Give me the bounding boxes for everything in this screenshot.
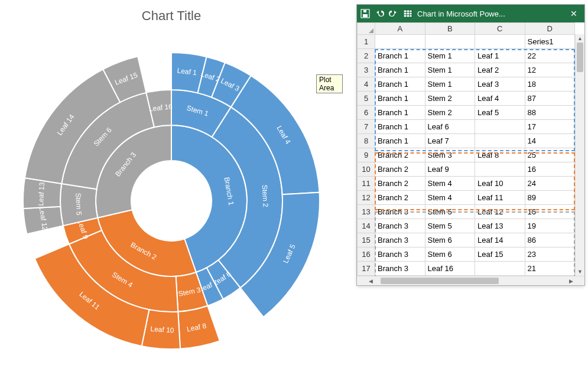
cell[interactable]: Branch 2 xyxy=(375,191,425,205)
cell[interactable]: 18 xyxy=(525,77,575,92)
cell[interactable]: Leaf 14 xyxy=(475,233,525,247)
close-icon[interactable]: ✕ xyxy=(567,9,581,18)
cell[interactable] xyxy=(475,162,525,177)
row-header[interactable]: 15 xyxy=(358,233,375,247)
cell[interactable]: Branch 3 xyxy=(375,219,425,233)
chart-title[interactable]: Chart Title xyxy=(0,8,343,24)
undo-icon[interactable] xyxy=(375,9,384,18)
row-header[interactable]: 6 xyxy=(358,106,375,120)
cell[interactable]: Branch 3 xyxy=(375,233,425,247)
cell[interactable] xyxy=(475,35,525,49)
cell[interactable]: Branch 3 xyxy=(375,247,425,262)
cell[interactable]: Leaf 13 xyxy=(475,219,525,233)
cell[interactable]: Stem 1 xyxy=(425,63,475,77)
cell[interactable]: Branch 2 xyxy=(375,177,425,191)
cell[interactable]: 24 xyxy=(525,177,575,191)
row-header[interactable]: 17 xyxy=(358,262,375,276)
cell[interactable]: Stem 1 xyxy=(425,77,475,92)
cell[interactable] xyxy=(475,134,525,148)
cell[interactable]: 16 xyxy=(525,205,575,219)
cell[interactable]: 22 xyxy=(525,49,575,63)
row-header[interactable]: 14 xyxy=(358,219,375,233)
cell[interactable]: Branch 1 xyxy=(375,92,425,106)
cell[interactable]: Leaf 2 xyxy=(475,63,525,77)
cell[interactable]: 17 xyxy=(525,120,575,134)
cell[interactable]: Leaf 7 xyxy=(425,134,475,148)
scroll-up-icon[interactable]: ▲ xyxy=(576,34,584,43)
cell[interactable]: Leaf 3 xyxy=(475,77,525,92)
cell[interactable]: Series1 xyxy=(525,35,575,49)
row-header[interactable]: 10 xyxy=(358,162,375,177)
cell[interactable]: Branch 1 xyxy=(375,120,425,134)
cell[interactable]: 88 xyxy=(525,106,575,120)
row-header[interactable]: 11 xyxy=(358,177,375,191)
cell[interactable]: Stem 2 xyxy=(425,92,475,106)
cell[interactable]: Stem 6 xyxy=(425,247,475,262)
cell[interactable]: Leaf 4 xyxy=(475,92,525,106)
cell[interactable]: 25 xyxy=(525,148,575,162)
row-header[interactable]: 3 xyxy=(358,63,375,77)
scroll-down-icon[interactable]: ▼ xyxy=(576,268,584,276)
titlebar[interactable]: Chart in Microsoft Powe... ✕ xyxy=(357,5,584,22)
scroll-right-icon[interactable]: ▶ xyxy=(567,276,575,285)
cell[interactable]: Leaf 12 xyxy=(475,205,525,219)
col-header[interactable]: B xyxy=(425,23,475,35)
row-header[interactable]: 2 xyxy=(358,49,375,63)
cell[interactable]: Stem 2 xyxy=(425,106,475,120)
excel-data-window[interactable]: Chart in Microsoft Powe... ✕ ABCD1Series… xyxy=(357,5,584,285)
hscroll-thumb[interactable] xyxy=(381,278,499,284)
horizontal-scrollbar[interactable]: ◀ ▶ xyxy=(357,276,584,285)
cell[interactable]: 12 xyxy=(525,63,575,77)
data-grid[interactable]: ABCD1Series12Branch 1Stem 1Leaf 1223Bran… xyxy=(357,22,575,276)
scroll-left-icon[interactable]: ◀ xyxy=(366,276,375,285)
save-icon[interactable] xyxy=(360,9,370,18)
chart-area[interactable]: Chart Title Branch 1Stem 1Leaf 1Leaf 2Le… xyxy=(0,0,343,391)
cell[interactable]: Branch 1 xyxy=(375,49,425,63)
row-header[interactable]: 1 xyxy=(358,35,375,49)
grid-body[interactable]: ABCD1Series12Branch 1Stem 1Leaf 1223Bran… xyxy=(357,22,584,285)
cell[interactable]: 87 xyxy=(525,92,575,106)
cell[interactable]: 14 xyxy=(525,134,575,148)
col-header[interactable]: D xyxy=(525,23,575,35)
cell[interactable]: Leaf 11 xyxy=(475,191,525,205)
row-header[interactable]: 13 xyxy=(358,205,375,219)
row-header[interactable]: 9 xyxy=(358,148,375,162)
cell[interactable]: Leaf 5 xyxy=(475,106,525,120)
cell[interactable]: Stem 1 xyxy=(425,49,475,63)
cell[interactable]: 86 xyxy=(525,233,575,247)
cell[interactable] xyxy=(425,35,475,49)
cell[interactable]: 16 xyxy=(525,162,575,177)
cell[interactable]: Stem 4 xyxy=(425,191,475,205)
cell[interactable]: Branch 1 xyxy=(375,106,425,120)
sunburst-chart[interactable]: Branch 1Stem 1Leaf 1Leaf 2Leaf 3Stem 2Le… xyxy=(0,24,343,390)
cell[interactable]: Branch 3 xyxy=(375,205,425,219)
cell[interactable]: Branch 2 xyxy=(375,148,425,162)
cell[interactable]: Leaf 1 xyxy=(475,49,525,63)
vscroll-thumb[interactable] xyxy=(577,43,583,72)
cell[interactable]: 19 xyxy=(525,219,575,233)
col-header[interactable]: C xyxy=(475,23,525,35)
cell[interactable]: Stem 5 xyxy=(425,205,475,219)
cell[interactable] xyxy=(375,35,425,49)
row-header[interactable]: 5 xyxy=(358,92,375,106)
cell[interactable]: Branch 3 xyxy=(375,262,425,276)
row-header[interactable]: 7 xyxy=(358,120,375,134)
redo-icon[interactable] xyxy=(389,9,398,18)
cell[interactable]: Leaf 16 xyxy=(425,262,475,276)
row-header[interactable]: 8 xyxy=(358,134,375,148)
row-header[interactable]: 4 xyxy=(358,77,375,92)
cell[interactable]: Leaf 15 xyxy=(475,247,525,262)
row-header[interactable]: 12 xyxy=(358,191,375,205)
cell[interactable]: Branch 1 xyxy=(375,77,425,92)
cell[interactable]: 21 xyxy=(525,262,575,276)
col-header[interactable]: A xyxy=(375,23,425,35)
vertical-scrollbar[interactable]: ▲ ▼ xyxy=(575,34,584,276)
cell[interactable]: Stem 5 xyxy=(425,219,475,233)
cell[interactable]: 23 xyxy=(525,247,575,262)
cell[interactable]: Branch 2 xyxy=(375,162,425,177)
cell[interactable]: Branch 1 xyxy=(375,63,425,77)
cell[interactable]: Branch 1 xyxy=(375,134,425,148)
cell[interactable]: Leaf 8 xyxy=(475,148,525,162)
cell[interactable]: Stem 3 xyxy=(425,148,475,162)
cell[interactable]: Leaf 6 xyxy=(425,120,475,134)
